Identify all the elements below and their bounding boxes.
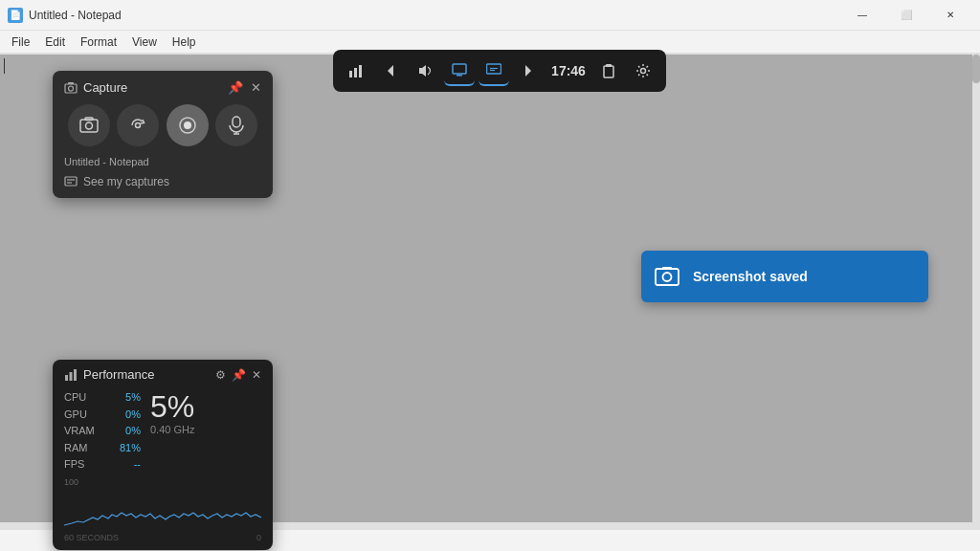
captures-list-icon [64, 176, 78, 187]
chart-min-label: 0 [256, 533, 261, 542]
menu-format[interactable]: Format [73, 33, 124, 51]
performance-chart-area: 100 60 SECONDS 0 [64, 477, 261, 542]
perf-close-icon[interactable]: ✕ [252, 368, 261, 382]
close-button[interactable]: ✕ [928, 0, 972, 31]
svg-rect-4 [457, 75, 462, 77]
ram-stat: RAM 81% [64, 440, 141, 457]
chart-max-label: 100 [64, 477, 78, 487]
next-button[interactable] [513, 55, 544, 86]
microphone-button[interactable] [215, 104, 257, 146]
capture-header-icons: 📌 ✕ [228, 80, 261, 95]
svg-point-12 [69, 86, 74, 91]
svg-rect-26 [656, 269, 679, 285]
perf-pin-icon[interactable]: 📌 [232, 368, 246, 382]
perf-title-group: Performance [64, 367, 154, 382]
scrollbar-thumb[interactable] [972, 55, 980, 83]
capture-title-group: Capture [64, 80, 127, 95]
screenshot-button[interactable] [68, 104, 110, 146]
capture-widget: Capture 📌 ✕ [53, 71, 273, 198]
svg-rect-2 [359, 65, 362, 77]
svg-rect-31 [74, 369, 77, 381]
svg-rect-3 [453, 64, 466, 74]
svg-rect-23 [65, 177, 77, 186]
pin-icon[interactable]: 📌 [228, 80, 243, 95]
svg-rect-20 [233, 117, 240, 127]
performance-chart-button[interactable] [341, 55, 371, 86]
capture-close-icon[interactable]: ✕ [251, 80, 261, 95]
capture-widget-icon [64, 81, 78, 95]
record-button[interactable] [167, 104, 209, 146]
performance-sub-value: 0.40 GHz [150, 424, 194, 435]
capture-header: Capture 📌 ✕ [64, 80, 261, 95]
title-bar: 📄 Untitled - Notepad — ⬜ ✕ [0, 0, 980, 31]
text-cursor [4, 58, 5, 74]
settings-button[interactable] [628, 55, 658, 86]
fps-stat: FPS -- [64, 456, 141, 474]
gpu-stat: GPU 0% [64, 407, 141, 424]
display-button[interactable] [444, 55, 475, 86]
svg-rect-29 [65, 375, 68, 381]
monitor-button[interactable] [479, 55, 509, 86]
capture-rotate-button[interactable] [117, 104, 159, 146]
performance-stats: CPU 5% GPU 0% VRAM 0% RAM 81% FPS -- [64, 389, 141, 474]
performance-icon [64, 368, 78, 382]
clipboard-button[interactable] [593, 55, 624, 86]
notepad-icon: 📄 [8, 8, 23, 23]
performance-content: CPU 5% GPU 0% VRAM 0% RAM 81% FPS -- 5% … [64, 389, 261, 474]
svg-rect-8 [604, 66, 613, 77]
volume-button[interactable] [410, 55, 440, 86]
perf-settings-icon[interactable]: ⚙ [215, 368, 226, 382]
svg-rect-14 [80, 120, 98, 132]
capture-app-label: Untitled - Notepad [64, 156, 261, 167]
vertical-scrollbar[interactable] [972, 55, 980, 530]
menu-file[interactable]: File [4, 33, 37, 51]
toolbar-time: 17:46 [547, 63, 590, 78]
see-captures-label: See my captures [83, 175, 169, 188]
svg-rect-30 [70, 372, 73, 381]
performance-chart-bottom: 60 SECONDS 0 [64, 533, 261, 542]
capture-buttons [64, 104, 261, 146]
performance-big-percent: 5% [150, 391, 194, 422]
minimize-button[interactable]: — [840, 0, 884, 31]
menu-edit[interactable]: Edit [37, 33, 73, 51]
window-title: Untitled - Notepad [29, 9, 840, 22]
screenshot-toast: Screenshot saved [641, 251, 928, 302]
svg-rect-0 [349, 71, 352, 77]
svg-point-15 [85, 122, 92, 129]
performance-widget: Performance ⚙ 📌 ✕ CPU 5% GPU 0% VRAM 0% … [53, 360, 273, 550]
toast-message: Screenshot saved [693, 269, 808, 284]
svg-rect-28 [662, 267, 672, 270]
svg-rect-1 [354, 68, 357, 77]
vram-stat: VRAM 0% [64, 423, 141, 440]
svg-point-10 [641, 69, 646, 74]
window-controls: — ⬜ ✕ [840, 0, 972, 31]
capture-title: Capture [83, 80, 127, 95]
svg-rect-9 [606, 64, 612, 67]
cpu-stat: CPU 5% [64, 389, 141, 407]
perf-header-icons: ⚙ 📌 ✕ [215, 368, 261, 382]
performance-big-value-area: 5% 0.40 GHz [150, 389, 194, 474]
prev-button[interactable] [375, 55, 406, 86]
svg-point-27 [663, 273, 672, 281]
svg-rect-11 [65, 84, 77, 93]
toast-screenshot-icon [655, 266, 681, 287]
performance-title: Performance [83, 367, 154, 382]
performance-header: Performance ⚙ 📌 ✕ [64, 367, 261, 382]
menu-help[interactable]: Help [165, 33, 204, 51]
see-captures-button[interactable]: See my captures [64, 175, 261, 188]
svg-point-17 [136, 123, 141, 128]
menu-view[interactable]: View [124, 33, 165, 51]
taskbar-toolbar: 17:46 [333, 50, 666, 92]
svg-point-19 [184, 121, 191, 129]
chart-time-label: 60 SECONDS [64, 533, 119, 542]
svg-rect-13 [68, 82, 74, 84]
performance-chart [64, 489, 261, 527]
performance-chart-labels: 100 [64, 477, 261, 487]
maximize-button[interactable]: ⬜ [884, 0, 928, 31]
